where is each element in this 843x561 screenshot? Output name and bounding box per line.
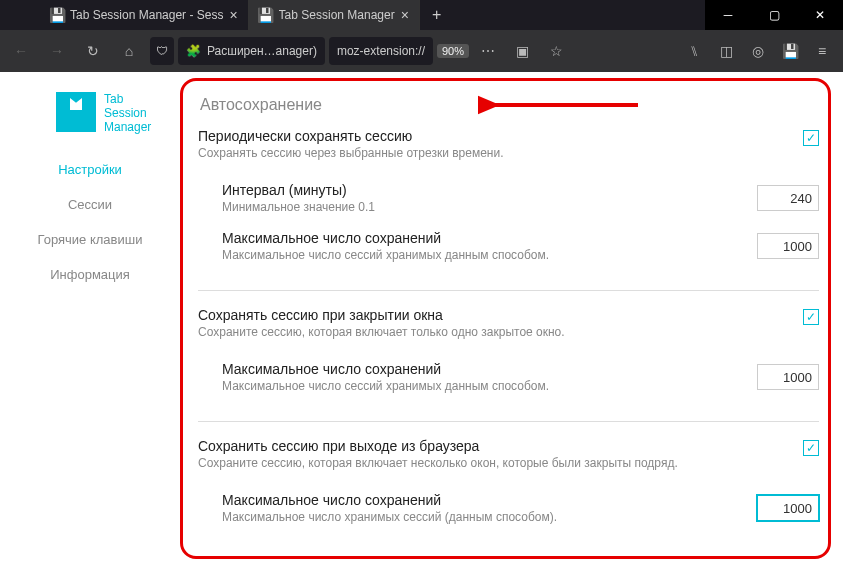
sidebar-item-sessions[interactable]: Сессии (0, 187, 180, 222)
extension-label: Расширен…anager) (207, 44, 317, 58)
shield-icon[interactable]: 🛡 (150, 37, 174, 65)
window-controls: ─ ▢ ✕ (705, 0, 843, 30)
star-icon[interactable]: ☆ (541, 36, 571, 66)
setting-label: Максимальное число сохранений (222, 492, 745, 508)
maximize-button[interactable]: ▢ (751, 0, 797, 30)
setting-label: Интервал (минуты) (222, 182, 745, 198)
browser-tab-active[interactable]: 💾 Tab Session Manager × (249, 0, 420, 30)
reader-icon[interactable]: ▣ (507, 36, 537, 66)
forward-button[interactable]: → (42, 36, 72, 66)
window-titlebar: 💾 Tab Session Manager - Sess × 💾 Tab Ses… (0, 0, 843, 30)
checkbox[interactable]: ✓ (803, 440, 819, 456)
setting-desc: Сохранять сессию через выбранные отрезки… (198, 146, 791, 160)
page-content: Tab Session Manager Настройки Сессии Гор… (0, 72, 843, 561)
app-name-line: Session (104, 106, 151, 120)
sidebar-item-settings[interactable]: Настройки (0, 152, 180, 187)
sidebar-icon[interactable]: ◫ (711, 36, 741, 66)
url-field[interactable]: moz-extension:// (329, 37, 433, 65)
setting-label: Сохранять сессию при закрытии окна (198, 307, 791, 323)
interval-input[interactable] (757, 185, 819, 211)
close-icon[interactable]: × (229, 7, 237, 23)
app-logo: Tab Session Manager (0, 92, 180, 152)
home-button[interactable]: ⌂ (114, 36, 144, 66)
setting-label: Сохранить сессию при выходе из браузера (198, 438, 791, 454)
reload-button[interactable]: ↻ (78, 36, 108, 66)
close-icon[interactable]: × (401, 7, 409, 23)
checkbox[interactable]: ✓ (803, 130, 819, 146)
puzzle-icon: 🧩 (186, 44, 201, 58)
setting-label: Периодически сохранять сессию (198, 128, 791, 144)
zoom-badge[interactable]: 90% (437, 44, 469, 58)
menu-icon[interactable]: ≡ (807, 36, 837, 66)
setting-label: Максимальное число сохранений (222, 230, 745, 246)
library-icon[interactable]: ⑊ (679, 36, 709, 66)
divider (198, 421, 819, 422)
setting-desc: Максимальное число сессий хранимых данны… (222, 248, 745, 262)
save-icon (56, 92, 96, 132)
browser-toolbar: ← → ↻ ⌂ 🛡 🧩 Расширен…anager) moz-extensi… (0, 30, 843, 72)
divider (198, 290, 819, 291)
close-button[interactable]: ✕ (797, 0, 843, 30)
url-text: moz-extension:// (337, 44, 425, 58)
app-name-line: Manager (104, 120, 151, 134)
app-name-line: Tab (104, 92, 151, 106)
minimize-button[interactable]: ─ (705, 0, 751, 30)
setting-desc: Минимальное значение 0.1 (222, 200, 745, 214)
account-icon[interactable]: ◎ (743, 36, 773, 66)
tab-strip: 💾 Tab Session Manager - Sess × 💾 Tab Ses… (0, 0, 705, 30)
checkbox[interactable]: ✓ (803, 309, 819, 325)
back-button[interactable]: ← (6, 36, 36, 66)
setting-desc: Максимальное число сессий хранимых данны… (222, 379, 745, 393)
save-session-icon[interactable]: 💾 (775, 36, 805, 66)
max-saves-input[interactable] (757, 495, 819, 521)
tab-title: Tab Session Manager (279, 8, 395, 22)
setting-desc: Сохраните сессию, которая включает неско… (198, 456, 791, 470)
new-tab-button[interactable]: + (420, 0, 453, 30)
setting-desc: Сохраните сессию, которая включает тольк… (198, 325, 791, 339)
save-icon: 💾 (259, 8, 273, 22)
sidebar-item-hotkeys[interactable]: Горячие клавиши (0, 222, 180, 257)
sidebar-item-info[interactable]: Информация (0, 257, 180, 292)
max-saves-input[interactable] (757, 233, 819, 259)
settings-panel: Автосохранение Периодически сохранять се… (180, 72, 843, 561)
meatballs-icon[interactable]: ⋯ (473, 36, 503, 66)
max-saves-input[interactable] (757, 364, 819, 390)
setting-browser-exit-save: Сохранить сессию при выходе из браузера … (198, 438, 819, 532)
sidebar: Tab Session Manager Настройки Сессии Гор… (0, 72, 180, 561)
extension-badge[interactable]: 🧩 Расширен…anager) (178, 37, 325, 65)
section-title: Автосохранение (200, 96, 819, 114)
setting-window-close-save: Сохранять сессию при закрытии окна Сохра… (198, 307, 819, 401)
tab-title: Tab Session Manager - Sess (70, 8, 223, 22)
save-icon: 💾 (50, 8, 64, 22)
browser-tab-inactive[interactable]: 💾 Tab Session Manager - Sess × (40, 0, 249, 30)
setting-desc: Максимальное число хранимых сессий (данн… (222, 510, 745, 524)
setting-periodic-save: Периодически сохранять сессию Сохранять … (198, 128, 819, 270)
setting-label: Максимальное число сохранений (222, 361, 745, 377)
